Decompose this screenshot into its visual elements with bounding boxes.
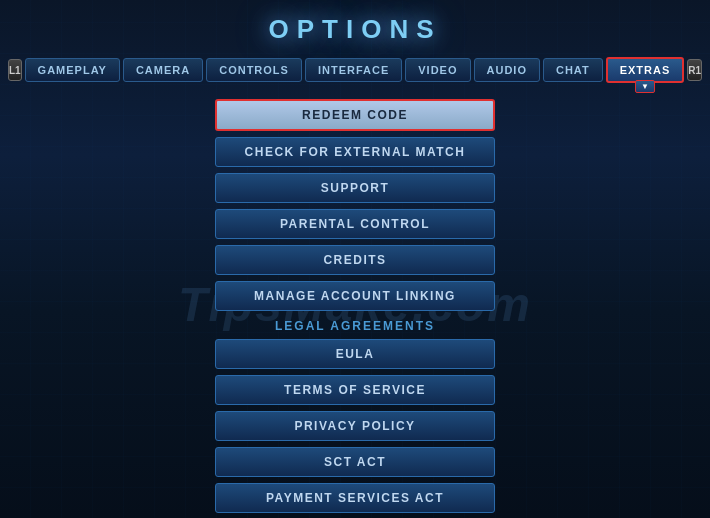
tab-gameplay[interactable]: GAMEPLAY bbox=[25, 58, 120, 82]
l1-button[interactable]: L1 bbox=[8, 59, 22, 81]
manage-account-linking-button[interactable]: MANAGE ACCOUNT LINKING bbox=[215, 281, 495, 311]
parental-control-button[interactable]: PARENTAL CONTROL bbox=[215, 209, 495, 239]
main-container: OPTIONS L1 GAMEPLAY CAMERA CONTROLS INTE… bbox=[0, 0, 710, 518]
tab-chat[interactable]: CHAT bbox=[543, 58, 603, 82]
payment-services-act-button[interactable]: PAYMENT SERVICES ACT bbox=[215, 483, 495, 513]
page-title: OPTIONS bbox=[0, 0, 710, 53]
tab-controls[interactable]: CONTROLS bbox=[206, 58, 302, 82]
tab-interface[interactable]: INTERFACE bbox=[305, 58, 402, 82]
content-area: TipsMake.com REDEEM CODE CHECK FOR EXTER… bbox=[0, 87, 710, 518]
tabs-row: L1 GAMEPLAY CAMERA CONTROLS INTERFACE VI… bbox=[0, 53, 710, 87]
legal-agreements-label: LEGAL AGREEMENTS bbox=[275, 319, 435, 333]
tab-camera[interactable]: CAMERA bbox=[123, 58, 203, 82]
check-external-match-button[interactable]: CHECK FOR EXTERNAL MATCH bbox=[215, 137, 495, 167]
r1-button[interactable]: R1 bbox=[687, 59, 702, 81]
redeem-code-button[interactable]: REDEEM CODE bbox=[215, 99, 495, 131]
sct-act-button[interactable]: SCT ACT bbox=[215, 447, 495, 477]
terms-of-service-button[interactable]: TERMS OF SERVICE bbox=[215, 375, 495, 405]
eula-button[interactable]: EULA bbox=[215, 339, 495, 369]
privacy-policy-button[interactable]: PRIVACY POLICY bbox=[215, 411, 495, 441]
credits-button[interactable]: CREDITS bbox=[215, 245, 495, 275]
tab-extras-wrapper: EXTRAS bbox=[606, 57, 685, 83]
tab-video[interactable]: VIDEO bbox=[405, 58, 470, 82]
tab-audio[interactable]: AUDIO bbox=[474, 58, 540, 82]
support-button[interactable]: SUPPORT bbox=[215, 173, 495, 203]
tab-extras[interactable]: EXTRAS bbox=[606, 57, 685, 83]
